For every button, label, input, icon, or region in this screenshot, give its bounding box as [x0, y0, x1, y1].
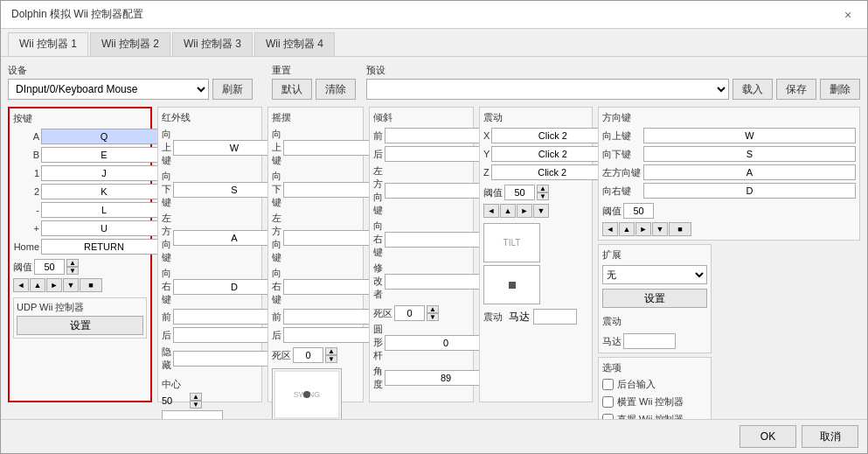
- refresh-button[interactable]: 刷新: [212, 79, 253, 100]
- swing-label-down: 向下键: [272, 170, 281, 209]
- threshold-spinner: ▲ ▼: [66, 259, 79, 275]
- shake-input-z[interactable]: [491, 164, 614, 180]
- dir-right[interactable]: ►: [46, 278, 62, 292]
- ir-row-left: 左方向键: [162, 212, 258, 264]
- swing-deadzone-down[interactable]: ▼: [325, 355, 337, 363]
- close-button[interactable]: ×: [839, 6, 857, 24]
- preset-select[interactable]: [366, 79, 729, 100]
- key-input-home[interactable]: [41, 239, 167, 255]
- option-row-upright: 直握 Wii 控制器: [602, 413, 707, 419]
- swing-label-up: 向上键: [272, 128, 281, 167]
- tab-wii1[interactable]: Wii 控制器 1: [8, 32, 88, 56]
- ir-row-up: 向上键: [162, 128, 258, 167]
- option-upright-label: 直握 Wii 控制器: [617, 413, 684, 419]
- ir-row-forward: 前: [162, 309, 258, 325]
- device-select[interactable]: DInput/0/Keyboard Mouse: [8, 79, 209, 100]
- center-x-down[interactable]: ▼: [190, 401, 202, 409]
- dpad-dir-up[interactable]: ▲: [619, 222, 635, 236]
- ext-shake-title: 震动: [602, 315, 707, 328]
- shake-motor-input[interactable]: [533, 309, 577, 325]
- load-button[interactable]: 载入: [733, 79, 773, 100]
- key-input-a[interactable]: [41, 129, 167, 144]
- dpad-dir-left[interactable]: ◄: [602, 222, 618, 236]
- shake-row-x: X: [483, 128, 588, 143]
- option-bg-input[interactable]: [602, 379, 614, 390]
- swing-label-forward: 前: [272, 311, 281, 324]
- svg-point-2: [303, 391, 310, 398]
- swing-deadzone-up[interactable]: ▲: [325, 347, 337, 355]
- tab-wii4[interactable]: Wii 控制器 4: [254, 32, 335, 56]
- dpad-dir-down[interactable]: ▼: [652, 222, 668, 236]
- key-label-home: Home: [13, 241, 39, 252]
- tilt-deadzone-label: 死区: [373, 307, 392, 320]
- tilt-row-back: 后: [373, 146, 469, 162]
- preset-label: 预设: [366, 64, 860, 77]
- udp-setup-button[interactable]: 设置: [17, 316, 143, 335]
- dpad-dir-right[interactable]: ►: [635, 222, 651, 236]
- key-input-plus[interactable]: [41, 220, 167, 236]
- shake-threshold-input[interactable]: [504, 185, 535, 200]
- dpad-input-down[interactable]: [643, 146, 856, 162]
- ext-select[interactable]: 无: [602, 265, 707, 284]
- ok-button[interactable]: OK: [740, 425, 796, 448]
- threshold-input[interactable]: [34, 259, 65, 275]
- option-bg-label: 后台输入: [617, 378, 656, 391]
- key-input-b[interactable]: [41, 147, 167, 163]
- shake-threshold-row: 阈值 ▲ ▼: [483, 185, 588, 200]
- shake-threshold-down[interactable]: ▼: [537, 192, 549, 200]
- threshold-down[interactable]: ▼: [66, 267, 79, 275]
- tilt-deadzone-down[interactable]: ▼: [427, 313, 439, 321]
- tilt-visual-section: TILT: [483, 223, 588, 304]
- shake-dir-left[interactable]: ◄: [483, 204, 499, 218]
- shake-dir-up[interactable]: ▲: [500, 204, 516, 218]
- ext-motor-input[interactable]: [623, 333, 676, 349]
- key-input-minus[interactable]: [41, 202, 167, 218]
- tilt-deadzone-input[interactable]: [394, 305, 425, 321]
- shake-row-z: Z: [483, 164, 588, 180]
- device-label: 设备: [8, 64, 261, 77]
- key-input-2[interactable]: [41, 184, 167, 199]
- shake-input-x[interactable]: [491, 128, 614, 143]
- window-title: Dolphin 模拟 Wii 控制器配置: [11, 7, 143, 22]
- dpad-input-right[interactable]: [643, 183, 856, 199]
- dir-down[interactable]: ▼: [63, 278, 79, 292]
- right-column: 方向键 向上键 向下键 左方向键 向右键: [598, 107, 860, 402]
- option-sideways-input[interactable]: [602, 396, 614, 408]
- tilt-deadzone-row: 死区 ▲ ▼: [373, 305, 469, 321]
- dir-up[interactable]: ▲: [30, 278, 45, 292]
- dpad-input-left[interactable]: [643, 164, 856, 180]
- shake-dot: [509, 282, 516, 289]
- dir-left[interactable]: ◄: [13, 278, 29, 292]
- swing-deadzone-input[interactable]: [293, 347, 323, 363]
- key-input-1[interactable]: [41, 165, 167, 181]
- threshold-row: 阈值 ▲ ▼: [13, 259, 147, 275]
- title-bar-left: Dolphin 模拟 Wii 控制器配置: [11, 7, 143, 22]
- center-x-up[interactable]: ▲: [190, 393, 202, 401]
- dpad-panel: 方向键 向上键 向下键 左方向键 向右键: [598, 107, 860, 241]
- clear-button[interactable]: 清除: [316, 79, 356, 100]
- dir-center[interactable]: ■: [80, 278, 102, 292]
- default-button[interactable]: 默认: [272, 79, 312, 100]
- shake-dir-right[interactable]: ►: [517, 204, 532, 218]
- shake-input-y[interactable]: [491, 146, 614, 162]
- swing-row-back: 后: [272, 327, 359, 343]
- delete-button[interactable]: 删除: [820, 79, 860, 100]
- tab-wii3[interactable]: Wii 控制器 3: [172, 32, 253, 56]
- dpad-row-right: 向右键: [602, 183, 856, 199]
- udp-section: UDP Wii 控制器 设置: [13, 297, 147, 339]
- tab-wii2[interactable]: Wii 控制器 2: [90, 32, 170, 56]
- dpad-threshold-input[interactable]: [623, 203, 654, 219]
- dpad-dir-center[interactable]: ■: [669, 222, 691, 236]
- shake-threshold-up[interactable]: ▲: [537, 185, 549, 192]
- save-button[interactable]: 保存: [776, 79, 816, 100]
- dpad-input-up[interactable]: [643, 128, 856, 143]
- cancel-button[interactable]: 取消: [802, 425, 858, 448]
- ir-label-left: 左方向键: [162, 212, 171, 264]
- key-label-2: 2: [13, 186, 39, 197]
- ext-setup-button[interactable]: 设置: [602, 289, 707, 308]
- threshold-up[interactable]: ▲: [66, 259, 79, 267]
- tilt-deadzone-up[interactable]: ▲: [427, 305, 439, 313]
- option-sideways-label: 横置 Wii 控制器: [617, 395, 684, 409]
- shake-dir-down[interactable]: ▼: [533, 204, 549, 218]
- reset-section: 重置 默认 清除: [272, 64, 356, 100]
